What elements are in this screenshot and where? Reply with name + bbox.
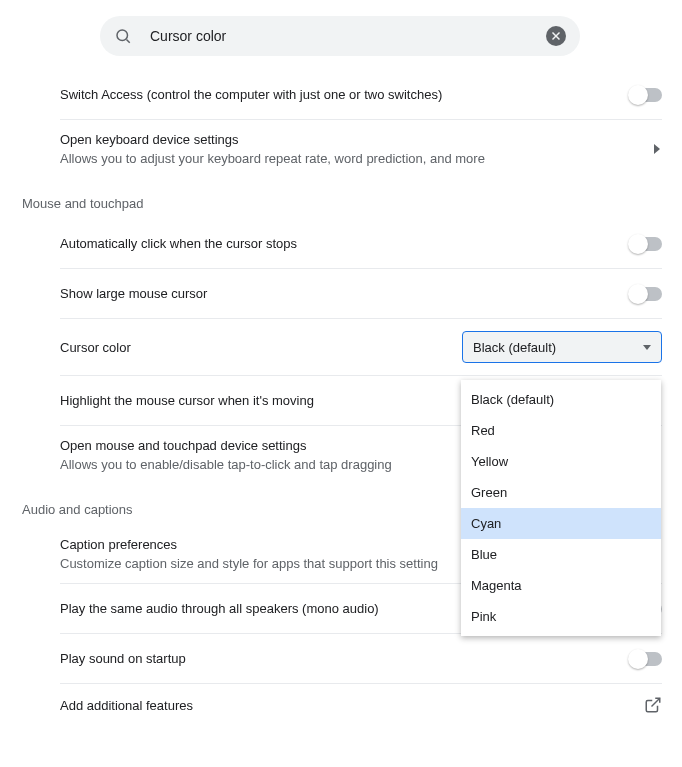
cursor-color-option[interactable]: Red [461,415,661,446]
dropdown-caret-icon [643,345,651,350]
large-cursor-label: Show large mouse cursor [60,286,618,301]
add-features-label: Add additional features [60,698,632,713]
cursor-color-option[interactable]: Black (default) [461,384,661,415]
add-features-row[interactable]: Add additional features [60,684,662,714]
cursor-color-option[interactable]: Pink [461,601,661,632]
keyboard-settings-sub: Allows you to adjust your keyboard repea… [60,151,640,166]
auto-click-toggle[interactable] [630,237,662,251]
large-cursor-row[interactable]: Show large mouse cursor [60,269,662,319]
auto-click-label: Automatically click when the cursor stop… [60,236,618,251]
cursor-color-option[interactable]: Cyan [461,508,661,539]
large-cursor-toggle[interactable] [630,287,662,301]
cursor-color-select[interactable]: Black (default) [462,331,662,363]
chevron-right-icon [652,144,662,154]
keyboard-settings-row[interactable]: Open keyboard device settings Allows you… [60,120,662,178]
search-input[interactable] [150,28,546,44]
section-mouse-touchpad: Mouse and touchpad [20,178,662,219]
svg-point-0 [117,30,128,41]
switch-access-toggle[interactable] [630,88,662,102]
cursor-color-label: Cursor color [60,340,450,355]
keyboard-settings-title: Open keyboard device settings [60,132,640,147]
startup-sound-row[interactable]: Play sound on startup [60,634,662,684]
cursor-color-dropdown[interactable]: Black (default)RedYellowGreenCyanBlueMag… [461,380,661,636]
cursor-color-selected: Black (default) [473,340,643,355]
cursor-color-option[interactable]: Yellow [461,446,661,477]
startup-sound-label: Play sound on startup [60,651,618,666]
svg-line-4 [652,698,660,706]
switch-access-row[interactable]: Switch Access (control the computer with… [60,70,662,120]
external-link-icon [644,696,662,714]
cursor-color-row: Cursor color Black (default) [60,319,662,376]
search-box[interactable] [100,16,580,56]
close-icon [550,30,562,42]
cursor-color-option[interactable]: Green [461,477,661,508]
search-icon [114,27,132,45]
svg-line-1 [126,39,129,42]
startup-sound-toggle[interactable] [630,652,662,666]
switch-access-label: Switch Access (control the computer with… [60,87,618,102]
auto-click-row[interactable]: Automatically click when the cursor stop… [60,219,662,269]
cursor-color-option[interactable]: Magenta [461,570,661,601]
search-clear-button[interactable] [546,26,566,46]
cursor-color-option[interactable]: Blue [461,539,661,570]
